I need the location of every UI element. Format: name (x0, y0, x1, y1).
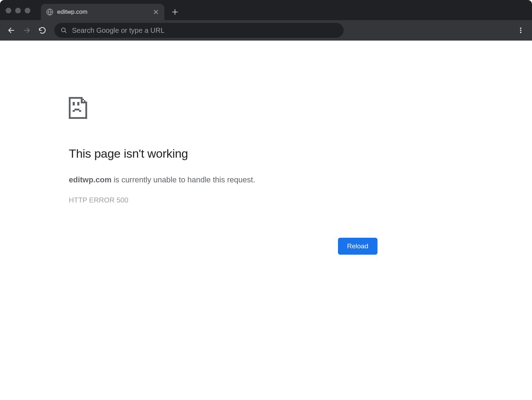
svg-rect-24 (79, 110, 81, 112)
svg-rect-23 (74, 109, 79, 110)
svg-line-9 (65, 31, 67, 33)
close-tab-button[interactable] (152, 8, 159, 16)
maximize-window-button[interactable] (25, 8, 30, 13)
address-input[interactable] (72, 26, 337, 35)
svg-point-11 (520, 30, 521, 31)
tab-title: editwp.com (57, 8, 152, 16)
forward-button[interactable] (20, 24, 33, 37)
traffic-lights (6, 8, 30, 13)
browser-chrome: editwp.com (0, 0, 532, 41)
svg-point-12 (520, 32, 521, 33)
search-icon (61, 27, 67, 34)
error-domain: editwp.com (69, 175, 111, 184)
svg-rect-17 (81, 102, 87, 103)
svg-point-10 (520, 28, 521, 29)
error-message-text: is currently unable to handle this reque… (111, 175, 255, 184)
close-window-button[interactable] (6, 8, 11, 13)
browser-tab[interactable]: editwp.com (41, 4, 164, 20)
sad-page-icon (69, 97, 377, 120)
reload-button[interactable]: Reload (338, 238, 377, 255)
svg-rect-20 (73, 102, 75, 105)
minimize-window-button[interactable] (15, 8, 21, 13)
svg-rect-18 (83, 99, 84, 100)
reload-nav-button[interactable] (36, 24, 49, 37)
content-area: This page isn't working editwp.com is cu… (0, 41, 532, 255)
error-container: This page isn't working editwp.com is cu… (69, 97, 377, 255)
toolbar (0, 20, 532, 41)
error-code: HTTP ERROR 500 (69, 196, 377, 204)
menu-button[interactable] (514, 24, 527, 37)
svg-rect-19 (84, 100, 85, 102)
back-button[interactable] (5, 24, 18, 37)
svg-rect-21 (77, 102, 79, 105)
new-tab-button[interactable] (169, 6, 181, 18)
tab-row: editwp.com (0, 0, 532, 20)
svg-point-8 (61, 28, 65, 32)
globe-icon (46, 8, 54, 16)
error-title: This page isn't working (69, 147, 377, 160)
address-bar[interactable] (54, 23, 344, 38)
error-message: editwp.com is currently unable to handle… (69, 175, 377, 186)
